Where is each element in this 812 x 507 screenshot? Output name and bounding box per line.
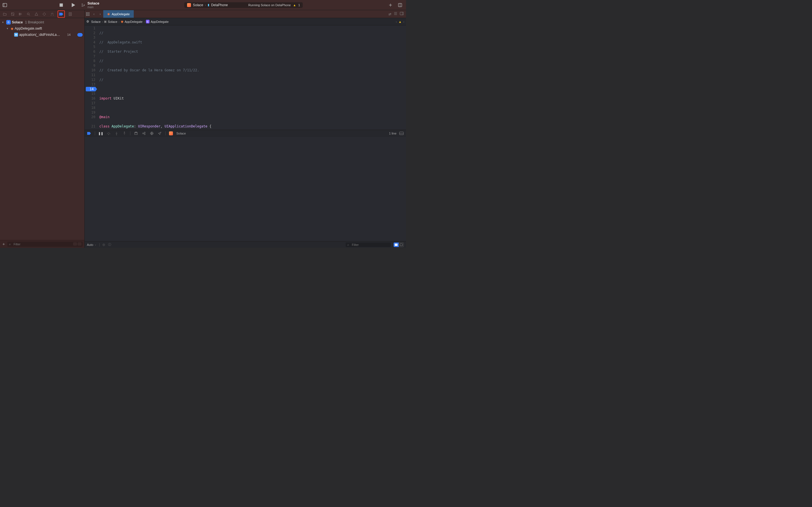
quicklook-icon[interactable]: ◎ <box>102 243 105 246</box>
svg-marker-19 <box>35 12 38 15</box>
line-gutter[interactable]: 1234567891011121314151617181920212223242… <box>85 25 97 130</box>
source-editor[interactable]: 1234567891011121314151617181920212223242… <box>85 25 406 130</box>
symbol-navigator-icon[interactable] <box>18 11 23 17</box>
project-icon: ⚙ <box>86 20 90 23</box>
report-navigator-icon[interactable] <box>68 11 73 17</box>
memory-graph-icon[interactable] <box>142 131 146 135</box>
editor-area: ⚙Solace › ▣Solace › AppDelegate › CAppDe… <box>85 18 406 248</box>
svg-point-46 <box>143 133 144 134</box>
svg-point-39 <box>108 134 109 135</box>
jump-file[interactable]: AppDelegate <box>125 20 143 23</box>
filter-seg-1[interactable] <box>73 242 77 245</box>
scheme-destination: DelaPhone <box>211 3 228 7</box>
device-icon: ▮ <box>208 3 209 7</box>
debug-console-area[interactable] <box>85 137 406 241</box>
branch-name: main <box>88 6 99 9</box>
jump-symbol[interactable]: AppDelegate <box>151 20 169 23</box>
symbol-label: application(_:didFinishLau… <box>19 33 61 37</box>
svg-rect-25 <box>86 12 87 13</box>
project-navigator-icon[interactable] <box>2 11 7 17</box>
svg-point-47 <box>144 132 145 133</box>
svg-line-18 <box>29 14 30 15</box>
svg-rect-55 <box>400 244 402 245</box>
related-items-icon[interactable] <box>85 10 91 18</box>
next-issue-icon[interactable]: › <box>403 20 404 23</box>
jump-project[interactable]: Solace <box>91 20 101 23</box>
source-control-navigator-icon[interactable] <box>10 11 15 17</box>
svg-rect-2 <box>60 4 63 6</box>
svg-line-50 <box>144 133 144 134</box>
svg-rect-0 <box>3 3 7 7</box>
prev-issue-icon[interactable]: ‹ <box>396 20 397 23</box>
warning-icon[interactable]: ▲ <box>398 20 401 23</box>
debug-navigator-icon[interactable] <box>50 11 55 17</box>
file-label: AppDelegate.swift <box>15 26 42 31</box>
sidebar-filter-input[interactable] <box>7 242 83 247</box>
swift-file-icon <box>121 20 123 23</box>
search-icon: ⌕ <box>347 243 349 246</box>
breakpoints-toggle-icon[interactable] <box>87 131 92 135</box>
test-navigator-icon[interactable] <box>42 11 47 17</box>
svg-rect-27 <box>89 12 90 13</box>
svg-rect-14 <box>19 14 20 15</box>
editor-tab[interactable]: AppDelegate <box>103 10 134 18</box>
forward-icon[interactable]: › <box>97 10 103 18</box>
add-breakpoint-icon[interactable]: ＋ <box>2 242 6 247</box>
back-icon[interactable]: ‹ <box>91 10 97 18</box>
breakpoint-navigator-icon[interactable] <box>59 11 64 17</box>
sync-icon[interactable]: ⇄ <box>388 12 391 16</box>
add-tab-icon[interactable] <box>388 3 393 8</box>
adjust-editor-icon[interactable] <box>400 11 404 16</box>
jump-bar[interactable]: ⚙Solace › ▣Solace › AppDelegate › CAppDe… <box>85 18 406 25</box>
disclosure-icon[interactable]: ▾ <box>7 27 10 30</box>
sidebar-toggle-icon[interactable] <box>2 3 7 8</box>
step-out-icon[interactable] <box>122 131 127 135</box>
svg-rect-26 <box>88 12 88 13</box>
info-icon[interactable]: ⓘ <box>108 242 111 247</box>
svg-point-17 <box>28 13 29 15</box>
scheme-project[interactable]: Solace main <box>81 1 99 9</box>
run-button[interactable] <box>70 3 75 8</box>
debug-filter-bar: Auto ⌄ ◎ ⓘ ⌕ <box>85 241 406 248</box>
svg-rect-37 <box>400 12 403 15</box>
stop-button[interactable] <box>59 3 64 8</box>
find-navigator-icon[interactable] <box>26 11 31 17</box>
location-icon[interactable] <box>157 131 162 135</box>
tree-symbol-row[interactable]: M application(_:didFinishLau… 14 <box>0 32 85 38</box>
project-icon: ⚙ <box>6 20 11 24</box>
environment-icon[interactable] <box>150 131 154 135</box>
issue-navigator-icon[interactable] <box>34 11 39 17</box>
filter-seg-2[interactable] <box>77 242 82 245</box>
svg-rect-32 <box>88 15 88 16</box>
editor-options-icon[interactable] <box>393 11 397 16</box>
tree-project-row[interactable]: ▾ ⚙ Solace 1 Breakpoint <box>0 19 85 25</box>
code-content[interactable]: // // AppDelegate.swift // Starter Proje… <box>97 25 406 130</box>
svg-rect-33 <box>89 15 90 16</box>
disclosure-icon[interactable]: ▾ <box>2 21 5 24</box>
step-over-icon[interactable] <box>106 131 111 135</box>
jump-folder[interactable]: Solace <box>108 20 117 23</box>
search-icon: ⌕ <box>9 242 11 245</box>
tree-file-row[interactable]: ▾ AppDelegate.swift <box>0 25 85 32</box>
warning-icon[interactable]: ▲ <box>293 3 296 7</box>
process-name[interactable]: Solace <box>176 132 186 135</box>
console-filter-input[interactable] <box>345 242 391 247</box>
panel-toggle[interactable] <box>393 242 404 247</box>
variables-scope-selector[interactable]: Auto ⌄ <box>87 243 97 246</box>
scheme-status-box[interactable]: Solace › ▮ DelaPhone Running Solace on D… <box>184 2 303 8</box>
breakpoint-marker[interactable]: 14 <box>86 87 95 92</box>
pause-icon[interactable]: ❚❚ <box>99 131 103 135</box>
step-into-icon[interactable] <box>114 131 119 135</box>
console-toggle-icon[interactable] <box>399 131 404 135</box>
app-icon <box>187 3 191 7</box>
svg-point-48 <box>144 134 145 135</box>
svg-marker-3 <box>72 3 75 7</box>
symbol-line-number: 14 <box>67 33 70 36</box>
svg-rect-54 <box>395 244 397 246</box>
library-icon[interactable] <box>397 3 402 8</box>
console-panel-toggle[interactable] <box>399 242 404 247</box>
breakpoint-indicator[interactable] <box>77 33 83 37</box>
variables-panel-toggle[interactable] <box>393 242 399 247</box>
project-label: Solace <box>12 20 23 24</box>
debug-view-icon[interactable] <box>134 131 138 135</box>
